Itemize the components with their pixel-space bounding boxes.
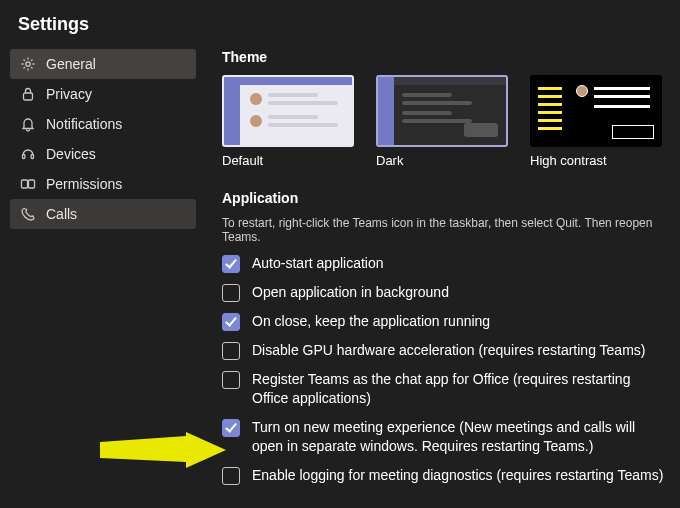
sidebar-item-label: Permissions: [46, 176, 122, 192]
app-option: Disable GPU hardware acceleration (requi…: [222, 341, 666, 360]
app-option: Turn on new meeting experience (New meet…: [222, 418, 666, 456]
sidebar-item-calls[interactable]: Calls: [10, 199, 196, 229]
checkbox[interactable]: [222, 467, 240, 485]
svg-rect-1: [24, 93, 33, 100]
app-option-label: Turn on new meeting experience (New meet…: [252, 418, 666, 456]
sidebar-item-notifications[interactable]: Notifications: [10, 109, 196, 139]
app-option-label: Enable logging for meeting diagnostics (…: [252, 466, 663, 485]
theme-option-default[interactable]: Default: [222, 75, 354, 168]
page-title: Settings: [0, 0, 680, 35]
svg-rect-4: [22, 180, 28, 188]
theme-label: Default: [222, 153, 354, 168]
app-option: Auto-start application: [222, 254, 666, 273]
theme-thumbnail: [222, 75, 354, 147]
checkbox[interactable]: [222, 342, 240, 360]
bell-icon: [20, 116, 36, 132]
sidebar-item-general[interactable]: General: [10, 49, 196, 79]
sidebar-item-label: Notifications: [46, 116, 122, 132]
app-option: Open application in background: [222, 283, 666, 302]
theme-option-dark[interactable]: Dark: [376, 75, 508, 168]
sidebar-item-label: Calls: [46, 206, 77, 222]
app-option: Enable logging for meeting diagnostics (…: [222, 466, 666, 485]
svg-point-0: [26, 62, 30, 66]
app-option-label: On close, keep the application running: [252, 312, 490, 331]
sidebar-item-privacy[interactable]: Privacy: [10, 79, 196, 109]
headset-icon: [20, 146, 36, 162]
app-option-label: Register Teams as the chat app for Offic…: [252, 370, 666, 408]
app-option-label: Auto-start application: [252, 254, 384, 273]
theme-label: Dark: [376, 153, 508, 168]
svg-rect-5: [29, 180, 35, 188]
permissions-icon: [20, 176, 36, 192]
theme-option-high-contrast[interactable]: High contrast: [530, 75, 662, 168]
sidebar-item-devices[interactable]: Devices: [10, 139, 196, 169]
sidebar-item-permissions[interactable]: Permissions: [10, 169, 196, 199]
checkbox[interactable]: [222, 371, 240, 389]
app-option-label: Disable GPU hardware acceleration (requi…: [252, 341, 645, 360]
app-option: Register Teams as the chat app for Offic…: [222, 370, 666, 408]
phone-icon: [20, 206, 36, 222]
sidebar-item-label: General: [46, 56, 96, 72]
app-option: On close, keep the application running: [222, 312, 666, 331]
theme-label: High contrast: [530, 153, 662, 168]
checkbox[interactable]: [222, 419, 240, 437]
sidebar-item-label: Devices: [46, 146, 96, 162]
sidebar-item-label: Privacy: [46, 86, 92, 102]
svg-rect-2: [23, 155, 25, 159]
checkbox[interactable]: [222, 284, 240, 302]
lock-icon: [20, 86, 36, 102]
application-helper-text: To restart, right-click the Teams icon i…: [222, 216, 666, 244]
settings-sidebar: GeneralPrivacyNotificationsDevicesPermis…: [10, 49, 196, 495]
application-heading: Application: [222, 190, 666, 206]
app-option-label: Open application in background: [252, 283, 449, 302]
gear-icon: [20, 56, 36, 72]
theme-thumbnail: [376, 75, 508, 147]
checkbox[interactable]: [222, 255, 240, 273]
checkbox[interactable]: [222, 313, 240, 331]
theme-heading: Theme: [222, 49, 666, 65]
svg-rect-3: [31, 155, 33, 159]
theme-thumbnail: [530, 75, 662, 147]
